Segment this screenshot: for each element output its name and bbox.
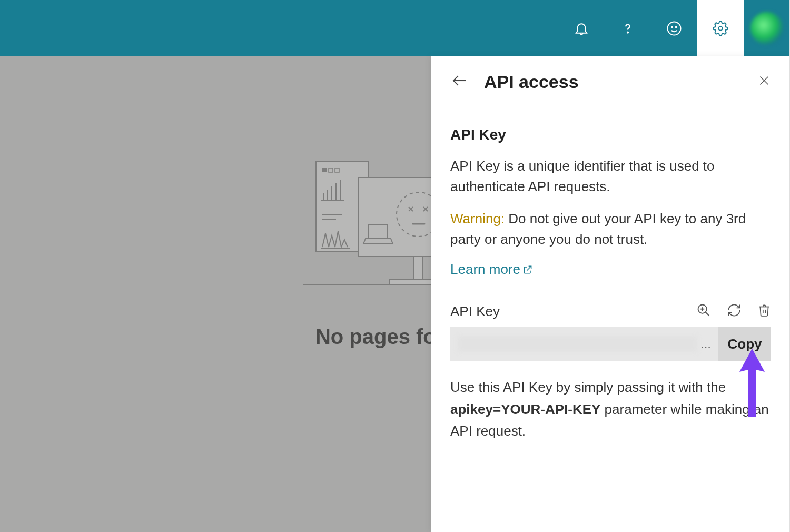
zoom-plus-icon: [696, 303, 711, 318]
learn-more-text: Learn more: [450, 261, 520, 278]
help-button[interactable]: [605, 0, 651, 56]
close-button[interactable]: [757, 74, 771, 90]
svg-rect-6: [322, 168, 327, 172]
key-row-header: API Key: [450, 303, 771, 320]
arrow-left-icon: [450, 71, 469, 90]
svg-point-1: [668, 22, 681, 35]
refresh-icon: [727, 303, 742, 318]
gear-icon: [713, 21, 728, 36]
key-label: API Key: [450, 303, 500, 320]
svg-point-2: [671, 26, 673, 27]
key-value[interactable]: ...: [450, 327, 718, 361]
smiley-icon: [666, 21, 682, 36]
svg-point-0: [627, 32, 628, 33]
warning-label: Warning:: [450, 211, 505, 226]
svg-rect-19: [414, 257, 422, 280]
api-key-description: API Key is a unique identifier that is u…: [450, 156, 771, 197]
masked-key-blur: [458, 336, 697, 352]
usage-text: Use this API Key by simply passing it wi…: [450, 377, 771, 442]
external-link-icon: [522, 264, 533, 275]
svg-point-4: [718, 26, 723, 31]
panel-title: API access: [484, 72, 743, 92]
topbar: [0, 0, 790, 56]
key-actions: [696, 303, 771, 320]
notifications-button[interactable]: [558, 0, 605, 56]
close-icon: [757, 74, 771, 87]
svg-line-40: [706, 312, 709, 316]
back-button[interactable]: [450, 71, 469, 92]
svg-point-3: [676, 26, 677, 27]
section-title: API Key: [450, 126, 771, 143]
feedback-button[interactable]: [651, 0, 697, 56]
learn-more-link[interactable]: Learn more: [450, 261, 533, 278]
usage-param: apikey=YOUR-API-KEY: [450, 401, 600, 417]
account-button[interactable]: [744, 0, 790, 56]
api-key-warning: Warning: Do not give out your API key to…: [450, 209, 771, 250]
key-field: ... Copy: [450, 327, 771, 361]
panel-body: API Key API Key is a unique identifier t…: [431, 107, 790, 442]
refresh-key-button[interactable]: [727, 303, 742, 320]
avatar: [750, 12, 783, 45]
masked-key-suffix: ...: [700, 337, 711, 351]
usage-prefix: Use this API Key by simply passing it wi…: [450, 379, 726, 395]
copy-label: Copy: [728, 336, 762, 352]
help-icon: [620, 21, 636, 36]
panel-header: API access: [431, 56, 790, 107]
copy-button[interactable]: Copy: [718, 327, 771, 361]
delete-key-button[interactable]: [757, 303, 771, 320]
bell-icon: [574, 21, 589, 36]
settings-panel: API access API Key API Key is a unique i…: [431, 56, 790, 532]
add-key-button[interactable]: [696, 303, 711, 320]
settings-button[interactable]: [697, 0, 744, 56]
trash-icon: [757, 303, 771, 318]
